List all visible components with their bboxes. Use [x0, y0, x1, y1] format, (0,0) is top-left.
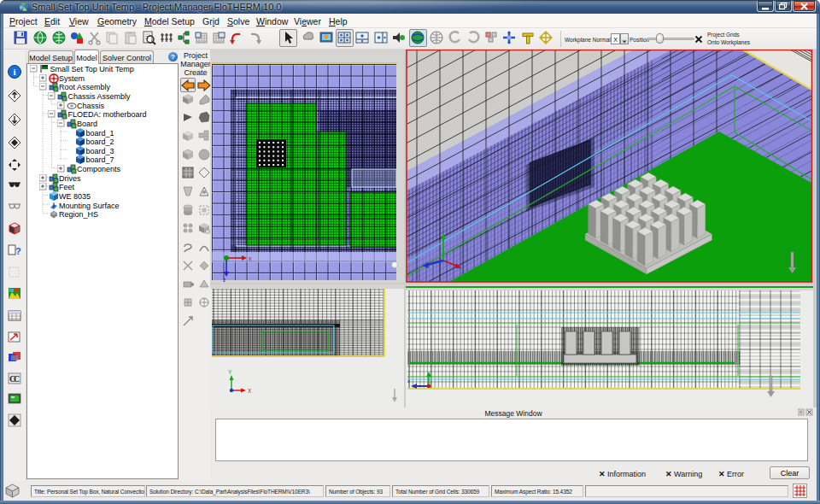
- svg-text:x: x: [249, 255, 252, 261]
- svg-text:Y: Y: [228, 369, 232, 375]
- svg-text:z: z: [223, 277, 226, 283]
- svg-text:?: ?: [15, 246, 21, 256]
- svg-text:z: z: [407, 378, 410, 384]
- svg-text:C: C: [14, 374, 20, 384]
- svg-text:X: X: [248, 388, 252, 394]
- svg-text:i: i: [13, 67, 15, 77]
